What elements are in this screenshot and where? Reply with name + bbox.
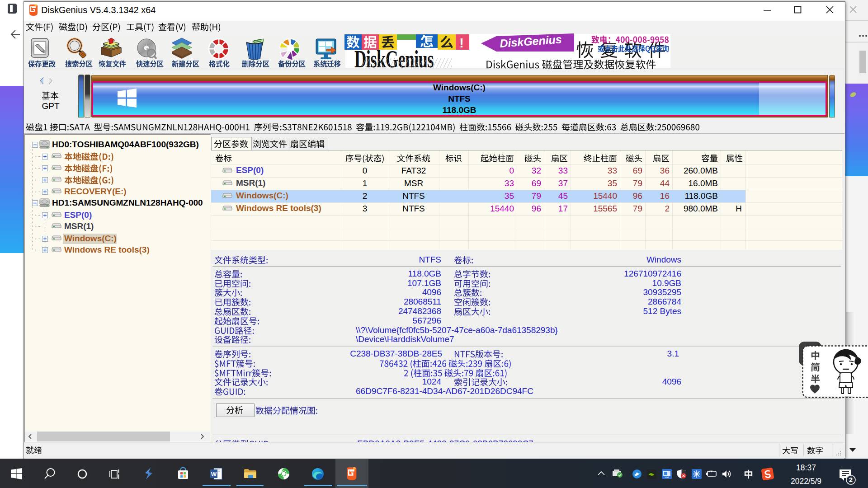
svg-text:intel: intel (665, 476, 669, 479)
svg-text:W: W (211, 471, 217, 478)
svg-text:2: 2 (849, 476, 853, 483)
